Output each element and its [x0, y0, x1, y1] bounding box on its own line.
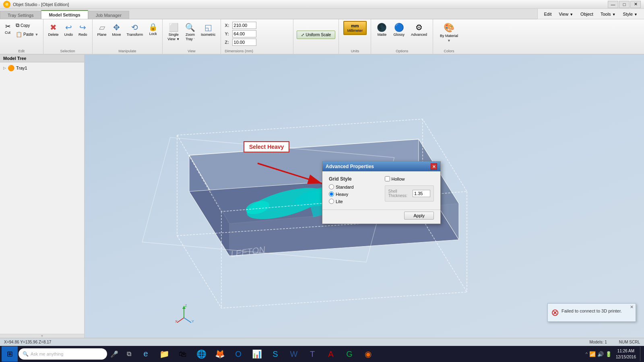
status-models: Models: 1 [589, 340, 607, 344]
taskbar-app-outlook[interactable]: O [229, 346, 247, 362]
hollow-checkbox[interactable] [385, 176, 390, 181]
close-button[interactable]: ✕ [630, 1, 641, 8]
lock-button[interactable]: 🔒 Lock [146, 21, 160, 38]
chrome-icon: 🌐 [196, 349, 206, 359]
redo-button[interactable]: ↪ Redo [76, 21, 90, 38]
material-dropdown[interactable]: ▼ [447, 39, 451, 43]
mm-button[interactable]: mm Millimeter [343, 21, 367, 35]
radio-standard[interactable]: Standard [329, 184, 378, 189]
dialog-title: Advanced Properties [326, 164, 374, 169]
radio-heavy-input[interactable] [329, 191, 334, 197]
material-icon: 🎨 [444, 23, 454, 33]
zoom-tray-button[interactable]: 🔍 Zoom Tray ` [183, 21, 198, 43]
taskbar-app-store[interactable]: 🛍 [174, 346, 192, 362]
firefox-icon: 🦊 [215, 349, 225, 359]
ribbon-colors: 🎨 By Material ▼ Colors [433, 19, 465, 54]
taskbar-app-acrobat[interactable]: A [322, 346, 340, 362]
taskbar-app-skype[interactable]: S [266, 346, 284, 362]
taskbar-app-excel[interactable]: 📊 [248, 346, 266, 362]
delete-button[interactable]: ✖ Delete [46, 21, 61, 38]
taskbar-app-circle[interactable]: ◉ [359, 346, 377, 362]
move-button[interactable]: ✥ Move [110, 21, 124, 38]
dialog-body: Grid Style Standard Heavy Lite [322, 171, 440, 209]
task-view-icon: ⧉ [127, 350, 131, 358]
windows-icon: ⊞ [7, 350, 13, 358]
taskbar-clock[interactable]: 11:26 AM 12/15/2016 [613, 348, 638, 360]
menu-edit[interactable]: Edit [541, 11, 555, 17]
glossy-button[interactable]: 🔵 Glossy [391, 21, 407, 38]
tray-chevron[interactable]: ^ [586, 352, 588, 356]
circle-icon: ◉ [365, 349, 372, 359]
show-desktop-button[interactable] [640, 347, 642, 361]
taskbar-app-g[interactable]: G [341, 346, 358, 362]
cut-button[interactable]: ✂ Cut [2, 21, 13, 36]
error-icon: ⊗ [551, 307, 559, 318]
paste-dropdown[interactable]: ▼ [35, 33, 39, 37]
delete-icon: ✖ [50, 23, 57, 32]
isometric-button[interactable]: ◱ Isometric [198, 21, 218, 43]
redo-icon: ↪ [79, 23, 86, 32]
tab-job-manager[interactable]: Job Manager [88, 11, 129, 19]
paste-button[interactable]: 📋 Paste ▼ [14, 30, 41, 39]
search-placeholder: Ask me anything [31, 352, 63, 356]
menu-style[interactable]: Style ▼ [620, 11, 641, 17]
radio-standard-input[interactable] [329, 184, 334, 189]
hollow-checkbox-row[interactable]: Hollow [385, 176, 434, 181]
taskbar-app-teams[interactable]: T [303, 346, 321, 362]
grid-style-label: Grid Style [329, 176, 378, 182]
glossy-icon: 🔵 [394, 23, 404, 32]
radio-heavy[interactable]: Heavy [329, 191, 378, 197]
axis-indicator: X Y Z [173, 302, 195, 324]
transform-button[interactable]: ⟲ Transform [124, 21, 146, 38]
battery-icon[interactable]: 🔋 [605, 351, 612, 357]
advanced-button[interactable]: ⚙ Advanced [409, 21, 429, 38]
error-notification: ✕ ⊗ Failed to connect to 3D printer. [547, 303, 636, 322]
g-icon: G [346, 350, 353, 359]
shell-thickness-input[interactable] [413, 190, 430, 197]
taskbar-app-edge[interactable]: e [137, 346, 155, 362]
network-icon[interactable]: 📶 [589, 351, 596, 357]
model-tree-resize-handle[interactable]: ▼ [0, 334, 84, 338]
dialog-close-button[interactable]: ✕ [431, 163, 437, 170]
radio-lite[interactable]: Lite [329, 199, 378, 204]
y-input[interactable] [232, 30, 256, 37]
advanced-icon: ⚙ [415, 23, 423, 32]
volume-icon[interactable]: 🔊 [597, 351, 604, 357]
single-view-button[interactable]: ⬜ Single View ▼ [165, 21, 182, 43]
by-material-button[interactable]: 🎨 By Material ▼ [436, 21, 462, 44]
matte-button[interactable]: 🌑 Matte [374, 21, 389, 38]
tree-item-tray1[interactable]: ▷ 🟠 Tray1 [2, 64, 83, 72]
tab-tray-settings[interactable]: Tray Settings [0, 11, 41, 19]
menu-tools[interactable]: Tools ▼ [597, 11, 619, 17]
radio-lite-input[interactable] [329, 199, 334, 204]
move-icon: ✥ [113, 23, 120, 32]
task-view-button[interactable]: ⧉ [122, 346, 136, 362]
menu-view[interactable]: View ▼ [555, 11, 576, 17]
taskbar-app-word[interactable]: W [285, 346, 303, 362]
minimize-button[interactable]: — [608, 1, 618, 8]
plane-button[interactable]: ▱ Plane [95, 21, 109, 38]
start-button[interactable]: ⊞ [2, 346, 18, 362]
maximize-button[interactable]: □ [619, 1, 630, 8]
tab-model-settings[interactable]: Model Settings [41, 10, 88, 19]
search-bar[interactable]: 🔍 Ask me anything [19, 348, 107, 360]
tray-visualization: LEFTON [117, 67, 499, 338]
apply-button[interactable]: Apply [404, 212, 434, 220]
undo-button[interactable]: ↩ Undo [62, 21, 76, 38]
taskbar-app-firefox[interactable]: 🦊 [211, 346, 229, 362]
taskbar-app-folder[interactable]: 📁 [155, 346, 173, 362]
notification-close[interactable]: ✕ [630, 304, 634, 310]
status-mode: NUM SCRL [619, 340, 640, 344]
dialog-titlebar[interactable]: Advanced Properties ✕ [322, 162, 440, 171]
options-label: Options [396, 49, 408, 53]
svg-text:Z: Z [185, 304, 187, 308]
z-input[interactable] [232, 39, 256, 46]
taskbar-app-chrome[interactable]: 🌐 [192, 346, 210, 362]
lock-icon: 🔒 [149, 23, 157, 31]
x-input[interactable] [232, 22, 256, 29]
uniform-scale-button[interactable]: ⤢ Uniform Scale [297, 31, 336, 39]
microphone-button[interactable]: 🎤 [108, 348, 121, 360]
menu-object[interactable]: Object [577, 11, 597, 17]
dimensions-label: Dimensions (mm) [225, 49, 254, 53]
copy-button[interactable]: ⧉ Copy [14, 21, 41, 30]
